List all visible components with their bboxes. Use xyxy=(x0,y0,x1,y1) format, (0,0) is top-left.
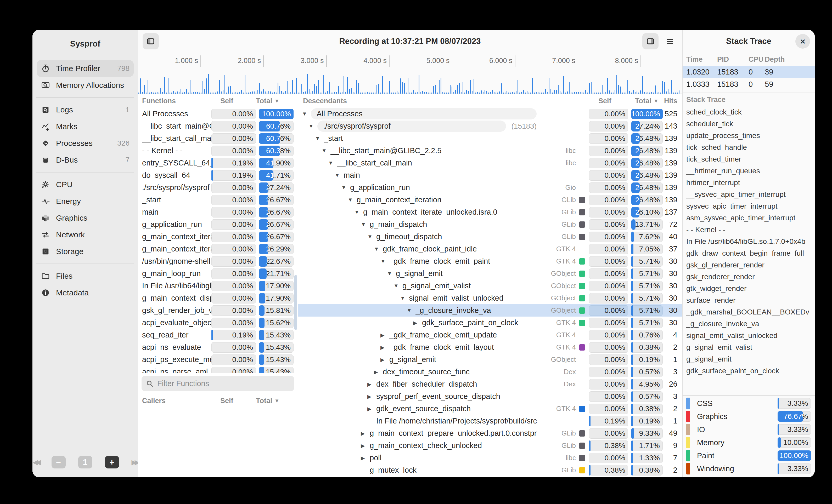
tree-row[interactable]: ▼_g_closure_invoke_vaGObject0.00%5.71%5.… xyxy=(298,304,682,316)
tree-row[interactable]: ▼All Processes0.00%100.00%100.00%525 xyxy=(298,108,682,120)
expander-collapsed-icon[interactable]: ▶ xyxy=(374,369,383,375)
tree-row[interactable]: ▶g_main_context_prepare_unlocked.part.0.… xyxy=(298,427,682,440)
stack-frame[interactable]: __sysvec_apic_timer_interrupt xyxy=(683,189,815,200)
stack-frame[interactable]: asm_sysvec_apic_timer_interrupt xyxy=(683,212,815,224)
stack-frame[interactable]: tick_sched_handle xyxy=(683,141,815,153)
tree-row[interactable]: ▶__GI___clone3libc0.00%0.38%0.38%2 xyxy=(298,476,682,477)
stack-frame[interactable]: surface_render xyxy=(683,295,815,306)
table-row[interactable]: g_main_context_itera0.00%26.29%26.29% xyxy=(138,243,298,255)
tree-row[interactable]: ▼signal_emit_valist_unlockedGObject0.00%… xyxy=(298,292,682,304)
expander-expanded-icon[interactable]: ▼ xyxy=(321,148,331,154)
tree-row[interactable]: ▼_gdk_frame_clock_emit_paintGTK 40.00%5.… xyxy=(298,255,682,268)
tree-row[interactable]: ▶dex_timeout_source_funcDex0.00%0.57%0.5… xyxy=(298,366,682,378)
tree-row[interactable]: ▼g_main_context_iterate_unlocked.isra.0G… xyxy=(298,206,682,218)
descendants-column-header[interactable]: Descendants xyxy=(298,97,537,105)
timeline-ruler[interactable]: 1.000 s2.000 s3.000 s4.000 s5.000 s6.000… xyxy=(138,53,682,67)
descendants-self-column-header[interactable]: Self xyxy=(589,97,628,105)
table-row[interactable]: g_application_run0.00%26.67%26.67% xyxy=(138,218,298,230)
callers-column-header[interactable]: Callers xyxy=(138,397,209,405)
expander-collapsed-icon[interactable]: ▶ xyxy=(381,332,389,338)
tree-row[interactable]: ▼__libc_start_main@GLIBC_2.2.5libc0.00%2… xyxy=(298,145,682,157)
stack-frame[interactable]: update_process_times xyxy=(683,130,815,141)
scrollbar-thumb[interactable] xyxy=(294,275,297,330)
expander-expanded-icon[interactable]: ▼ xyxy=(367,234,376,240)
tree-row[interactable]: ▶gdk_surface_paint_on_clockGTK 40.00%5.7… xyxy=(298,316,682,329)
tree-row[interactable]: ▶_gdk_frame_clock_emit_updateGTK 40.00%0… xyxy=(298,329,682,341)
sidebar-item-energy[interactable]: Energy xyxy=(36,193,134,209)
expander-expanded-icon[interactable]: ▼ xyxy=(309,123,317,129)
filter-functions-input[interactable] xyxy=(157,379,290,388)
stack-frame[interactable]: gtk_widget_render xyxy=(683,283,815,295)
filter-functions-field[interactable] xyxy=(141,376,294,391)
table-row[interactable]: main0.00%26.67%26.67% xyxy=(138,206,298,218)
table-row[interactable]: acpi_ps_parse_aml0.00%15.43%15.43% xyxy=(138,366,298,373)
stack-frame[interactable]: _g_closure_invoke_va xyxy=(683,318,815,330)
expander-collapsed-icon[interactable]: ▶ xyxy=(361,455,370,461)
expander-collapsed-icon[interactable]: ▶ xyxy=(381,357,389,363)
table-row[interactable]: __libc_start_call_mai0.00%60.76%60.76% xyxy=(138,132,298,145)
table-row[interactable]: entry_SYSCALL_64_a0.19%0.19%41.90%41.90% xyxy=(138,157,298,169)
table-row[interactable]: acpi_ps_execute_met0.00%15.43%15.43% xyxy=(138,354,298,366)
functions-column-header[interactable]: Functions xyxy=(138,97,209,105)
table-row[interactable]: _start0.00%26.67%26.67% xyxy=(138,194,298,206)
stack-frame[interactable]: tick_sched_timer xyxy=(683,153,815,165)
expander-expanded-icon[interactable]: ▼ xyxy=(335,172,343,178)
close-icon[interactable]: × xyxy=(796,34,810,49)
tree-row[interactable]: ▶gdk_event_source_dispatchGTK 40.00%0.38… xyxy=(298,402,682,415)
sidebar-item-storage[interactable]: Storage xyxy=(36,243,134,260)
sidebar-item-marks[interactable]: Marks xyxy=(36,118,134,135)
table-row[interactable]: acpi_ns_evaluate0.00%15.43%15.43% xyxy=(138,341,298,354)
sidebar-item-memory-allocations[interactable]: Memory Allocations xyxy=(36,77,134,93)
stack-frame[interactable]: - - Kernel - - xyxy=(683,224,815,235)
sidebar-item-logs[interactable]: Logs1 xyxy=(36,102,134,118)
main-menu-button[interactable] xyxy=(663,34,677,49)
tree-row[interactable]: ▼g_application_runGio0.00%26.48%26.48%13… xyxy=(298,181,682,194)
depth-column-header[interactable]: Depth xyxy=(765,55,785,63)
table-row[interactable]: acpi_evaluate_object0.00%15.62%15.62% xyxy=(138,316,298,329)
table-row[interactable]: /usr/bin/gnome-shell0.00%22.67%22.67% xyxy=(138,255,298,268)
expander-expanded-icon[interactable]: ▼ xyxy=(374,246,383,252)
sidebar-item-metadata[interactable]: Metadata xyxy=(36,284,134,301)
stack-frame[interactable]: gsk_renderer_render xyxy=(683,271,815,283)
tree-row[interactable]: ▼gdk_frame_clock_paint_idleGTK 40.00%7.0… xyxy=(298,243,682,255)
tree-row[interactable]: In File /home/christian/Projects/sysprof… xyxy=(298,415,682,427)
table-row[interactable]: seq_read_iter0.19%0.19%15.43%15.43% xyxy=(138,329,298,341)
stack-frame[interactable]: In File /usr/lib64/libGL.so.1.7.0+0x4b xyxy=(683,235,815,247)
sidebar-item-files[interactable]: Files xyxy=(36,268,134,284)
expander-expanded-icon[interactable]: ▼ xyxy=(407,307,415,313)
expander-collapsed-icon[interactable]: ▶ xyxy=(367,381,376,387)
table-row[interactable]: gsk_gl_render_job_vi0.00%15.81%15.81% xyxy=(138,304,298,316)
table-row[interactable]: ./src/sysprof/sysprof0.00%27.24%27.24% xyxy=(138,181,298,194)
stack-frame[interactable]: hrtimer_interrupt xyxy=(683,177,815,189)
pid-column-header[interactable]: PID xyxy=(717,55,749,63)
tree-row[interactable]: ▼g_signal_emit_valistGObject0.00%5.71%5.… xyxy=(298,280,682,292)
total-column-header[interactable]: Total ▼ xyxy=(256,97,298,105)
tree-row[interactable]: ▼g_timeout_dispatchGLib0.00%7.62%7.62%40 xyxy=(298,230,682,243)
stack-frame[interactable]: gdk_surface_paint_on_clock xyxy=(683,365,815,377)
toggle-left-sidebar-button[interactable] xyxy=(142,33,159,49)
tree-row[interactable]: ▼./src/sysprof/sysprof(15183)0.00%27.24%… xyxy=(298,120,682,132)
rewind-icon[interactable]: ◀◀ xyxy=(33,458,39,466)
sidebar-item-cpu[interactable]: CPU xyxy=(36,176,134,193)
stack-frame[interactable]: sysvec_apic_timer_interrupt xyxy=(683,200,815,212)
expander-expanded-icon[interactable]: ▼ xyxy=(400,295,409,301)
expander-collapsed-icon[interactable]: ▶ xyxy=(361,430,370,437)
tree-row[interactable]: g_mutex_lockGLib0.38%0.38%0.38%0.38%2 xyxy=(298,464,682,476)
expander-collapsed-icon[interactable]: ▶ xyxy=(367,406,376,412)
table-row[interactable]: - - Kernel - -0.00%60.38%60.38% xyxy=(138,145,298,157)
stack-frame[interactable]: scheduler_tick xyxy=(683,118,815,130)
stack-frame[interactable]: g_signal_emit_valist xyxy=(683,341,815,353)
zoom-out-button[interactable]: − xyxy=(52,456,66,469)
time-column-header[interactable]: Time xyxy=(686,55,717,63)
expander-expanded-icon[interactable]: ▼ xyxy=(393,283,402,289)
fast-forward-icon[interactable]: ▶▶ xyxy=(132,458,138,466)
table-row[interactable]: In File /usr/lib64/libgl0.00%17.90%17.90… xyxy=(138,280,298,292)
callers-total-column-header[interactable]: Total ▼ xyxy=(256,397,298,405)
table-row[interactable]: __libc_start_main@G0.00%60.76%60.76% xyxy=(138,120,298,132)
expander-collapsed-icon[interactable]: ▶ xyxy=(361,443,370,449)
tree-row[interactable]: ▶g_main_context_check_unlockedGLib0.38%0… xyxy=(298,440,682,452)
tree-row[interactable]: ▶sysprof_perf_event_source_dispatch0.00%… xyxy=(298,390,682,402)
expander-collapsed-icon[interactable]: ▶ xyxy=(413,320,422,326)
stack-frame[interactable]: __hrtimer_run_queues xyxy=(683,165,815,177)
expander-expanded-icon[interactable]: ▼ xyxy=(354,209,363,215)
